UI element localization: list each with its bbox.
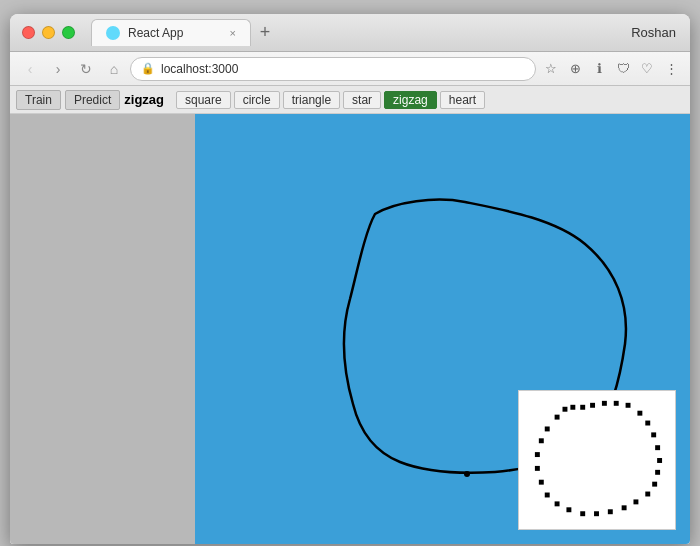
svg-rect-27 bbox=[545, 426, 550, 431]
svg-rect-7 bbox=[637, 411, 642, 416]
svg-rect-24 bbox=[535, 466, 540, 471]
info-icon[interactable]: ℹ bbox=[588, 58, 610, 80]
svg-rect-19 bbox=[580, 511, 585, 516]
app-toolbar: Train Predict zigzag square circle trian… bbox=[10, 86, 690, 114]
thumbnail-svg bbox=[519, 391, 675, 529]
svg-rect-16 bbox=[622, 505, 627, 510]
svg-rect-3 bbox=[590, 403, 595, 408]
nav-right-icons: ☆ ⊕ ℹ 🛡 ♡ ⋮ bbox=[540, 58, 682, 80]
shape-tag-circle[interactable]: circle bbox=[234, 91, 280, 109]
forward-button[interactable]: › bbox=[46, 57, 70, 81]
back-icon: ‹ bbox=[28, 61, 33, 77]
svg-rect-14 bbox=[645, 492, 650, 497]
shield-icon[interactable]: 🛡 bbox=[612, 58, 634, 80]
tab-close-icon[interactable]: × bbox=[230, 27, 236, 39]
heart-icon[interactable]: ♡ bbox=[636, 58, 658, 80]
shape-anchor bbox=[464, 471, 470, 477]
forward-icon: › bbox=[56, 61, 61, 77]
svg-rect-0 bbox=[519, 391, 675, 529]
svg-rect-18 bbox=[594, 511, 599, 516]
address-bar[interactable]: 🔒 localhost:3000 bbox=[130, 57, 536, 81]
refresh-button[interactable]: ↻ bbox=[74, 57, 98, 81]
tab-bar: React App × + bbox=[91, 19, 678, 47]
svg-rect-20 bbox=[566, 507, 571, 512]
refresh-icon: ↻ bbox=[80, 61, 92, 77]
new-tab-button[interactable]: + bbox=[251, 19, 279, 47]
url-text: localhost:3000 bbox=[161, 62, 238, 76]
svg-rect-11 bbox=[657, 458, 662, 463]
shape-tag-triangle[interactable]: triangle bbox=[283, 91, 340, 109]
tab-title: React App bbox=[128, 26, 183, 40]
home-button[interactable]: ⌂ bbox=[102, 57, 126, 81]
svg-rect-13 bbox=[652, 482, 657, 487]
lock-icon: 🔒 bbox=[141, 62, 155, 75]
svg-rect-10 bbox=[655, 445, 660, 450]
maximize-button[interactable] bbox=[62, 26, 75, 39]
svg-rect-12 bbox=[655, 470, 660, 475]
svg-rect-25 bbox=[535, 452, 540, 457]
browser-tab[interactable]: React App × bbox=[91, 19, 251, 46]
nav-bar: ‹ › ↻ ⌂ 🔒 localhost:3000 ☆ ⊕ ℹ 🛡 ♡ ⋮ bbox=[10, 52, 690, 86]
shape-tag-star[interactable]: star bbox=[343, 91, 381, 109]
svg-rect-23 bbox=[539, 480, 544, 485]
predict-button[interactable]: Predict bbox=[65, 90, 120, 110]
app-content: Train Predict zigzag square circle trian… bbox=[10, 86, 690, 544]
svg-rect-21 bbox=[555, 501, 560, 506]
canvas-area[interactable] bbox=[195, 114, 690, 544]
svg-rect-26 bbox=[539, 438, 544, 443]
shape-tag-heart[interactable]: heart bbox=[440, 91, 485, 109]
thumbnail-preview bbox=[518, 390, 676, 530]
sidebar bbox=[10, 114, 195, 544]
close-button[interactable] bbox=[22, 26, 35, 39]
svg-rect-9 bbox=[651, 432, 656, 437]
svg-rect-2 bbox=[580, 405, 585, 410]
home-icon: ⌂ bbox=[110, 61, 118, 77]
bookmark-icon[interactable]: ☆ bbox=[540, 58, 562, 80]
svg-rect-4 bbox=[602, 401, 607, 406]
svg-rect-15 bbox=[633, 499, 638, 504]
svg-rect-6 bbox=[626, 403, 631, 408]
browser-window: React App × + Roshan ‹ › ↻ ⌂ 🔒 localhost… bbox=[10, 14, 690, 544]
svg-rect-22 bbox=[545, 493, 550, 498]
svg-rect-17 bbox=[608, 509, 613, 514]
browser-user: Roshan bbox=[631, 25, 676, 40]
main-area bbox=[10, 114, 690, 544]
shape-tag-zigzag[interactable]: zigzag bbox=[384, 91, 437, 109]
svg-rect-8 bbox=[645, 421, 650, 426]
traffic-lights bbox=[22, 26, 75, 39]
train-button[interactable]: Train bbox=[16, 90, 61, 110]
shape-tags: square circle triangle star zigzag heart bbox=[176, 91, 485, 109]
tab-favicon bbox=[106, 26, 120, 40]
svg-rect-5 bbox=[614, 401, 619, 406]
svg-rect-28 bbox=[555, 415, 560, 420]
menu-icon[interactable]: ⋮ bbox=[660, 58, 682, 80]
svg-rect-1 bbox=[570, 405, 575, 410]
minimize-button[interactable] bbox=[42, 26, 55, 39]
current-shape-label: zigzag bbox=[124, 92, 164, 107]
shape-tag-square[interactable]: square bbox=[176, 91, 231, 109]
extensions-icon[interactable]: ⊕ bbox=[564, 58, 586, 80]
svg-rect-29 bbox=[563, 407, 568, 412]
back-button[interactable]: ‹ bbox=[18, 57, 42, 81]
title-bar: React App × + Roshan bbox=[10, 14, 690, 52]
